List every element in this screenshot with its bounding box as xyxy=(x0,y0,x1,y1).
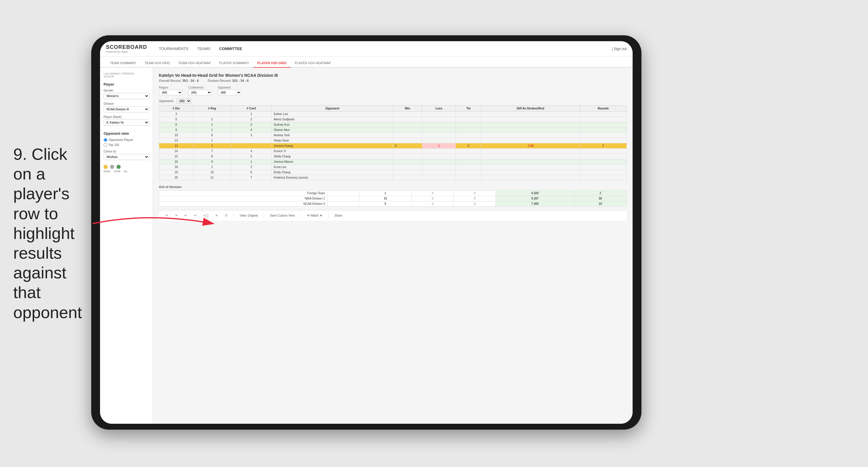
sign-out[interactable]: | Sign out xyxy=(612,47,627,51)
cell-div: 3 xyxy=(159,112,194,117)
cell-reg: 1 xyxy=(193,122,231,127)
out-div-col4: 0 xyxy=(412,191,454,196)
out-div-col4: 0 xyxy=(412,196,454,201)
nav-committee[interactable]: COMMITTEE xyxy=(219,45,242,52)
tab-player-h2h-grid[interactable]: PLAYER H2H GRID xyxy=(253,59,291,68)
cell-diff xyxy=(481,122,580,127)
tab-team-summary[interactable]: TEAM SUMMARY xyxy=(106,59,141,68)
cell-tie xyxy=(456,112,481,117)
table-row[interactable]: 5 2 2 Alexis Sudjianto xyxy=(159,117,627,122)
table-row[interactable]: 10 6 3 Andrea York xyxy=(159,133,627,138)
cell-diff xyxy=(481,138,580,143)
logo-sub: Powered by clippd xyxy=(106,50,147,53)
tab-team-h2h-grid[interactable]: TEAM H2H GRID xyxy=(141,59,174,68)
nav-teams[interactable]: TEAMS xyxy=(197,45,210,52)
dot-down xyxy=(103,165,108,169)
player-rank-select[interactable]: 8. Katelyn Vo xyxy=(103,120,149,126)
radio-opponents-played[interactable]: Opponents Played xyxy=(103,138,149,142)
cell-opponent: Jessica Mason xyxy=(272,159,393,164)
content-panel: Katelyn Vo Head-to-Head Grid for Women's… xyxy=(153,68,632,424)
table-row[interactable]: 3 1 Esther Lee xyxy=(159,112,627,117)
radio-top100[interactable]: Top 100 xyxy=(103,143,149,147)
cell-div: 9 xyxy=(159,127,194,133)
cell-conf: 2 xyxy=(231,117,272,122)
add-btn[interactable]: +◯ xyxy=(201,213,211,218)
cell-reg: 6 xyxy=(193,133,231,138)
cell-rounds: 2 xyxy=(580,143,627,149)
colour-label: Colour by xyxy=(103,150,149,153)
cell-loss xyxy=(422,122,456,127)
cell-rounds xyxy=(580,154,627,159)
cell-rounds xyxy=(580,138,627,143)
main-content: Last Updated: 27/03/2024 16:55:38 Player… xyxy=(100,68,632,424)
h2h-table: # Div # Reg # Conf Opponent Win Loss Tie… xyxy=(159,105,627,180)
cell-conf: 6 xyxy=(231,170,272,175)
cell-diff xyxy=(481,133,580,138)
table-row[interactable]: 13 1 Heeju Hyun xyxy=(159,138,627,143)
player-rank-label: Player (Rank) xyxy=(103,115,149,119)
conference-filter-group: Conference (All) xyxy=(188,86,212,95)
tab-player-h2h-heatmap[interactable]: PLAYER H2H HEATMAP xyxy=(291,59,335,68)
redo-btn[interactable]: ↷ xyxy=(173,213,180,218)
save-custom-btn[interactable]: Save Custom View xyxy=(268,213,297,218)
clock-btn[interactable]: ⏱ xyxy=(222,213,230,218)
dot-up-label: Up xyxy=(124,170,127,173)
cell-tie xyxy=(456,159,481,164)
table-row[interactable]: 9 1 4 Sharon Mun xyxy=(159,127,627,133)
region-select[interactable]: (All) xyxy=(159,90,182,95)
nav-bar: SCOREBOARD Powered by clippd TOURNAMENTS… xyxy=(100,41,632,57)
colour-select[interactable]: Win/loss xyxy=(103,154,149,160)
cell-diff xyxy=(481,117,580,122)
table-row[interactable]: 18 2 2 Euna Lee xyxy=(159,164,627,170)
cell-div: 19 xyxy=(159,170,194,175)
conference-select[interactable]: (All) xyxy=(188,90,212,95)
table-row[interactable]: 13 1 Jessica Huang 0 1 0 -3.00 2 xyxy=(159,143,627,149)
undo-btn[interactable]: ↶ xyxy=(163,213,170,218)
cell-reg: 1 xyxy=(193,143,231,149)
cell-opponent: Sydney Kuo xyxy=(272,122,393,127)
cell-loss xyxy=(422,138,456,143)
cell-win xyxy=(393,149,422,154)
nav-links: TOURNAMENTS TEAMS COMMITTEE xyxy=(159,45,612,52)
nav-tournaments[interactable]: TOURNAMENTS xyxy=(159,45,188,52)
edit-btn[interactable]: ✎ xyxy=(213,213,220,218)
table-row[interactable]: 16 9 1 Jessica Mason xyxy=(159,159,627,164)
copy-btn[interactable]: ⏎ xyxy=(191,213,198,218)
gender-select[interactable]: Women's xyxy=(103,93,149,99)
col-tie: Tie xyxy=(456,106,481,112)
cell-conf: 3 xyxy=(231,133,272,138)
col-rounds: Rounds xyxy=(580,106,627,112)
cell-win xyxy=(393,154,422,159)
cell-diff xyxy=(481,112,580,117)
step-back-btn[interactable]: ↵ xyxy=(182,213,189,218)
tab-player-summary[interactable]: PLAYER SUMMARY xyxy=(215,59,253,68)
cell-conf: 7 xyxy=(231,175,272,180)
cell-opponent: Jessica Huang xyxy=(272,143,393,149)
cell-opponent: Andrea York xyxy=(272,133,393,138)
table-row[interactable]: 6 1 3 Sydney Kuo xyxy=(159,122,627,127)
cell-loss xyxy=(422,112,456,117)
division-record-label: Division Record: 331 - 34 - 6 xyxy=(208,79,249,83)
panel-records: Overall Record: 353 - 34 - 6 Division Re… xyxy=(159,79,627,83)
cell-conf: 5 xyxy=(231,154,272,159)
share-btn[interactable]: Share xyxy=(332,213,345,218)
watch-btn[interactable]: 👁 Watch ▼ xyxy=(305,213,325,218)
opponents-select[interactable]: (All) xyxy=(177,98,191,104)
cell-diff xyxy=(481,127,580,133)
sep1 xyxy=(234,213,234,218)
table-row[interactable]: 14 7 4 Eunice Yi xyxy=(159,149,627,154)
opponent-filter-label: Opponent xyxy=(218,86,241,89)
table-row[interactable]: 19 10 6 Emily Chang xyxy=(159,170,627,175)
opponent-select[interactable]: (All) xyxy=(218,90,241,95)
cell-reg xyxy=(193,112,231,117)
gender-label: Gender xyxy=(103,89,149,92)
table-row[interactable]: 20 11 7 Federica Domecq Lacroze xyxy=(159,175,627,180)
cell-win xyxy=(393,164,422,170)
col-reg: # Reg xyxy=(193,106,231,112)
view-original-btn[interactable]: View: Original xyxy=(238,213,260,218)
tablet-frame: SCOREBOARD Powered by clippd TOURNAMENTS… xyxy=(91,35,642,430)
division-select[interactable]: NCAA Division III xyxy=(103,106,149,113)
tab-team-h2h-heatmap[interactable]: TEAM H2H HEATMAP xyxy=(174,59,215,68)
table-row[interactable]: 15 8 5 Stella Chang xyxy=(159,154,627,159)
logo-text: SCOREBOARD xyxy=(106,44,147,50)
